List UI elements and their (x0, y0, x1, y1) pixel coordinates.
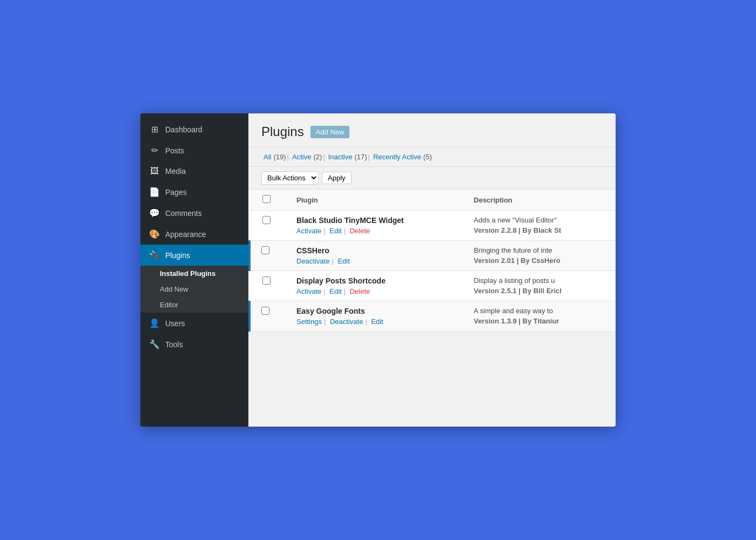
plugin-actions: Activate| Edit| Delete (296, 227, 455, 235)
plugin-checkbox[interactable] (262, 216, 271, 224)
plugin-meta: Version 2.01 | By CssHero (474, 256, 603, 265)
sidebar-item-tools[interactable]: 🔧 Tools (140, 334, 248, 355)
plugin-action-delete[interactable]: Delete (350, 287, 370, 295)
toolbar: Bulk Actions Deactivate Delete Update Ap… (248, 167, 616, 190)
submenu-installed-plugins[interactable]: Installed Plugins (140, 266, 248, 281)
plugin-checkbox-cell (249, 241, 284, 271)
plugin-action-edit[interactable]: Edit (329, 227, 341, 235)
plugin-checkbox-cell (249, 211, 284, 241)
sidebar-item-label: Media (165, 167, 186, 176)
plugin-checkbox-cell (249, 271, 284, 301)
plugin-description-cell: Bringing the future of inteVersion 2.01 … (468, 241, 616, 271)
plugin-info-cell: CSSHeroDeactivate| Edit (284, 241, 468, 271)
posts-icon: ✏ (149, 145, 160, 156)
table-row: Black Studio TinyMCE WidgetActivate| Edi… (249, 211, 616, 241)
plugins-icon: 🔌 (149, 250, 160, 260)
filter-recently-active[interactable]: Recently Active (373, 153, 421, 161)
sidebar-item-label: Dashboard (165, 125, 202, 134)
plugin-actions: Activate| Edit| Delete (296, 287, 455, 295)
sidebar-item-label: Appearance (165, 230, 206, 239)
sidebar-item-users[interactable]: 👤 Users (140, 313, 248, 334)
plugin-description: Adds a new "Visual Editor" (474, 216, 603, 224)
filter-bar: All (19) | Active (2) | Inactive (17) | … (248, 147, 616, 167)
sidebar-item-media[interactable]: 🖼 Media (140, 161, 248, 181)
table-row: Display Posts ShortcodeActivate| Edit| D… (249, 271, 616, 301)
filter-active-count: (2) (313, 153, 322, 161)
col-checkbox (249, 190, 284, 211)
plugin-checkbox[interactable] (262, 276, 271, 285)
filter-inactive-count: (17) (354, 153, 367, 161)
sidebar-item-label: Comments (165, 209, 202, 218)
plugin-meta: Version 2.5.1 | By Bill Ericl (474, 287, 603, 295)
plugin-description: A simple and easy way to (474, 307, 603, 315)
submenu-add-new[interactable]: Add New (140, 281, 248, 297)
sidebar-item-label: Posts (165, 146, 184, 155)
plugin-action-settings[interactable]: Settings (296, 318, 322, 326)
plugin-description: Bringing the future of inte (474, 246, 603, 254)
sidebar-item-comments[interactable]: 💬 Comments (140, 202, 248, 224)
col-description-header: Description (468, 190, 616, 211)
plugin-action-deactivate[interactable]: Deactivate (330, 318, 363, 326)
plugins-table: Plugin Description Black Studio TinyMCE … (248, 190, 616, 332)
page-header: Plugins Add New (248, 113, 616, 147)
sidebar-item-posts[interactable]: ✏ Posts (140, 140, 248, 161)
plugin-meta: Version 1.3.9 | By Titaniur (474, 317, 603, 325)
plugin-info-cell: Black Studio TinyMCE WidgetActivate| Edi… (284, 211, 468, 241)
plugin-name: Easy Google Fonts (296, 307, 455, 315)
plugin-name: CSSHero (296, 246, 455, 255)
plugin-checkbox[interactable] (261, 246, 269, 254)
sidebar-item-pages[interactable]: 📄 Pages (140, 181, 248, 202)
plugin-action-deactivate[interactable]: Deactivate (296, 257, 329, 265)
main-content: Plugins Add New All (19) | Active (2) | … (248, 113, 616, 427)
plugin-actions: Settings| Deactivate| Edit (296, 318, 455, 326)
sidebar-item-label: Users (165, 319, 185, 328)
dashboard-icon: ⊞ (149, 124, 160, 134)
plugins-submenu: Installed Plugins Add New Editor (140, 266, 248, 313)
page-title: Plugins (261, 124, 304, 139)
plugin-info-cell: Display Posts ShortcodeActivate| Edit| D… (284, 271, 468, 301)
filter-active[interactable]: Active (292, 153, 311, 161)
table-row: CSSHeroDeactivate| EditBringing the futu… (249, 241, 616, 271)
bulk-actions-select[interactable]: Bulk Actions Deactivate Delete Update (261, 171, 319, 185)
plugin-action-activate[interactable]: Activate (296, 227, 321, 235)
filter-recently-active-count: (5) (423, 153, 432, 161)
plugin-description: Display a listing of posts u (474, 276, 603, 285)
media-icon: 🖼 (149, 166, 160, 176)
plugin-action-delete[interactable]: Delete (350, 227, 370, 235)
plugin-checkbox[interactable] (261, 307, 269, 315)
select-all-checkbox[interactable] (262, 195, 271, 203)
plugin-name: Black Studio TinyMCE Widget (296, 216, 455, 225)
plugin-meta: Version 2.2.8 | By Black St (474, 226, 603, 234)
appearance-icon: 🎨 (149, 229, 160, 239)
users-icon: 👤 (149, 318, 160, 328)
col-plugin-header: Plugin (284, 190, 468, 211)
tools-icon: 🔧 (149, 339, 160, 349)
plugin-action-edit[interactable]: Edit (371, 318, 383, 326)
sidebar-item-label: Tools (165, 340, 183, 349)
filter-inactive[interactable]: Inactive (328, 153, 353, 161)
plugin-checkbox-cell (249, 301, 284, 332)
filter-all[interactable]: All (264, 153, 271, 161)
submenu-editor[interactable]: Editor (140, 297, 248, 313)
plugin-info-cell: Easy Google FontsSettings| Deactivate| E… (284, 301, 468, 332)
sidebar-item-appearance[interactable]: 🎨 Appearance (140, 224, 248, 245)
plugin-description-cell: Adds a new "Visual Editor"Version 2.2.8 … (468, 211, 616, 241)
plugin-action-edit[interactable]: Edit (338, 257, 349, 265)
pages-icon: 📄 (149, 187, 160, 197)
plugin-action-activate[interactable]: Activate (296, 287, 321, 295)
wp-admin-window: ⊞ Dashboard ✏ Posts 🖼 Media 📄 Pages 💬 Co… (140, 113, 616, 427)
add-new-button[interactable]: Add New (310, 126, 350, 138)
comments-icon: 💬 (149, 208, 160, 218)
plugin-actions: Deactivate| Edit (296, 257, 455, 265)
sidebar-item-dashboard[interactable]: ⊞ Dashboard (140, 119, 248, 140)
sidebar: ⊞ Dashboard ✏ Posts 🖼 Media 📄 Pages 💬 Co… (140, 113, 248, 427)
plugin-description-cell: Display a listing of posts uVersion 2.5.… (468, 271, 616, 301)
table-row: Easy Google FontsSettings| Deactivate| E… (249, 301, 616, 332)
sidebar-item-label: Plugins (165, 251, 190, 260)
apply-button[interactable]: Apply (322, 172, 352, 184)
sidebar-item-label: Pages (165, 188, 187, 197)
plugin-description-cell: A simple and easy way toVersion 1.3.9 | … (468, 301, 616, 332)
plugin-action-edit[interactable]: Edit (329, 287, 341, 295)
sidebar-item-plugins[interactable]: 🔌 Plugins (140, 245, 248, 266)
plugin-name: Display Posts Shortcode (296, 276, 455, 285)
